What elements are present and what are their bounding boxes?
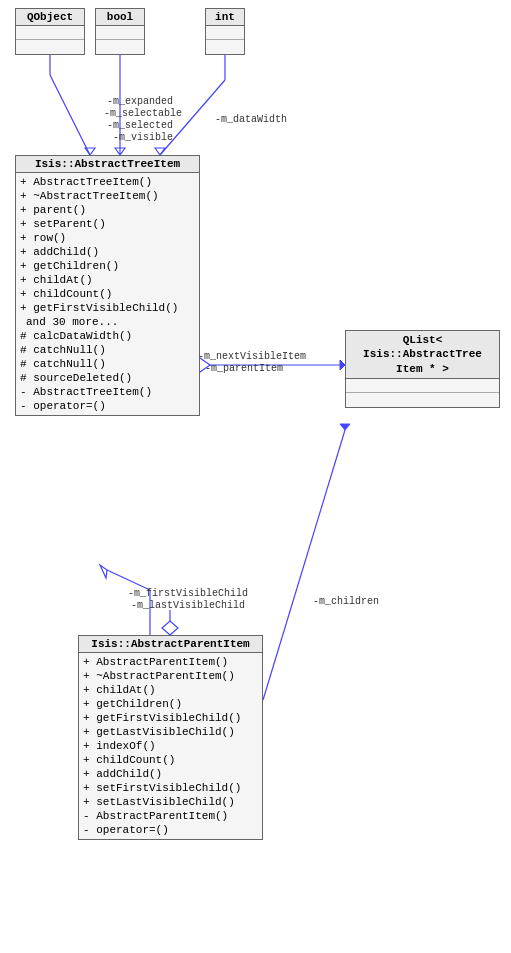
abstractparentitem-title: Isis::AbstractParentItem xyxy=(79,636,262,653)
method-row: + row() xyxy=(20,231,195,245)
svg-line-1 xyxy=(50,75,90,155)
label-m-expanded: -m_expanded xyxy=(107,96,173,107)
method-abstracttreeitem-destructor: + ~AbstractTreeItem() xyxy=(20,189,195,203)
label-m-lastvisiblechild: -m_lastVisibleChild xyxy=(131,600,245,611)
label-m-nextvisibleitem: -m_nextVisibleItem xyxy=(198,351,306,362)
label-m-visible: -m_visible xyxy=(113,132,173,143)
method-ap-setfirstvisiblechild: + setFirstVisibleChild() xyxy=(83,781,258,795)
method-calcdatawidth: # calcDataWidth() xyxy=(20,329,195,343)
method-ap-getchildren: + getChildren() xyxy=(83,697,258,711)
abstracttreeitem-title: Isis::AbstractTreeItem xyxy=(16,156,199,173)
svg-line-16 xyxy=(263,430,345,700)
svg-line-12 xyxy=(107,570,150,590)
method-catchnull-1: # catchNull() xyxy=(20,343,195,357)
label-m-selected: -m_selected xyxy=(107,120,173,131)
method-catchnull-2: # catchNull() xyxy=(20,357,195,371)
svg-marker-4 xyxy=(115,148,125,155)
method-ap-getlastvisiblechild: + getLastVisibleChild() xyxy=(83,725,258,739)
method-and-more: and 30 more... xyxy=(20,315,195,329)
method-childat: + childAt() xyxy=(20,273,195,287)
method-abstractparentitem-constructor: + AbstractParentItem() xyxy=(83,655,258,669)
bool-box: bool xyxy=(95,8,145,55)
method-ap-childat: + childAt() xyxy=(83,683,258,697)
method-addchild: + addChild() xyxy=(20,245,195,259)
method-getfirstvisiblechild: + getFirstVisibleChild() xyxy=(20,301,195,315)
int-title: int xyxy=(206,9,244,26)
method-abstractparentitem-destructor: + ~AbstractParentItem() xyxy=(83,669,258,683)
method-getchildren: + getChildren() xyxy=(20,259,195,273)
method-operator-assign: - operator=() xyxy=(20,399,195,413)
method-ap-private-constructor: - AbstractParentItem() xyxy=(83,809,258,823)
qobject-title: QObject xyxy=(16,9,84,26)
abstractparentitem-box: Isis::AbstractParentItem + AbstractParen… xyxy=(78,635,263,840)
method-childcount: + childCount() xyxy=(20,287,195,301)
svg-marker-13 xyxy=(100,565,107,578)
qlist-box: QList< Isis::AbstractTreeItem * > xyxy=(345,330,500,408)
qobject-box: QObject xyxy=(15,8,85,55)
svg-marker-2 xyxy=(85,148,95,155)
svg-marker-17 xyxy=(340,424,350,430)
method-abstracttreeitem-private: - AbstractTreeItem() xyxy=(20,385,195,399)
method-setparent: + setParent() xyxy=(20,217,195,231)
svg-marker-7 xyxy=(155,148,165,155)
qlist-title: QList< Isis::AbstractTreeItem * > xyxy=(346,331,499,379)
label-m-selectable: -m_selectable xyxy=(104,108,182,119)
svg-marker-15 xyxy=(162,621,178,635)
method-ap-childcount: + childCount() xyxy=(83,753,258,767)
method-abstracttreeitem-constructor: + AbstractTreeItem() xyxy=(20,175,195,189)
abstracttreeitem-box: Isis::AbstractTreeItem + AbstractTreeIte… xyxy=(15,155,200,416)
diagram: QObject bool int -m_expanded -m_selectab… xyxy=(0,0,511,953)
label-m-datawidth: -m_dataWidth xyxy=(215,114,287,125)
method-ap-operator-assign: - operator=() xyxy=(83,823,258,837)
int-box: int xyxy=(205,8,245,55)
label-m-parentitem: -m_parentItem xyxy=(205,363,283,374)
label-m-firstvisiblechild: -m_firstVisibleChild xyxy=(128,588,248,599)
method-ap-indexof: + indexOf() xyxy=(83,739,258,753)
bool-title: bool xyxy=(96,9,144,26)
method-parent: + parent() xyxy=(20,203,195,217)
method-ap-setlastvisiblechild: + setLastVisibleChild() xyxy=(83,795,258,809)
method-ap-getfirstvisiblechild: + getFirstVisibleChild() xyxy=(83,711,258,725)
method-ap-addchild: + addChild() xyxy=(83,767,258,781)
method-sourcedeleted: # sourceDeleted() xyxy=(20,371,195,385)
label-m-children: -m_children xyxy=(313,596,379,607)
